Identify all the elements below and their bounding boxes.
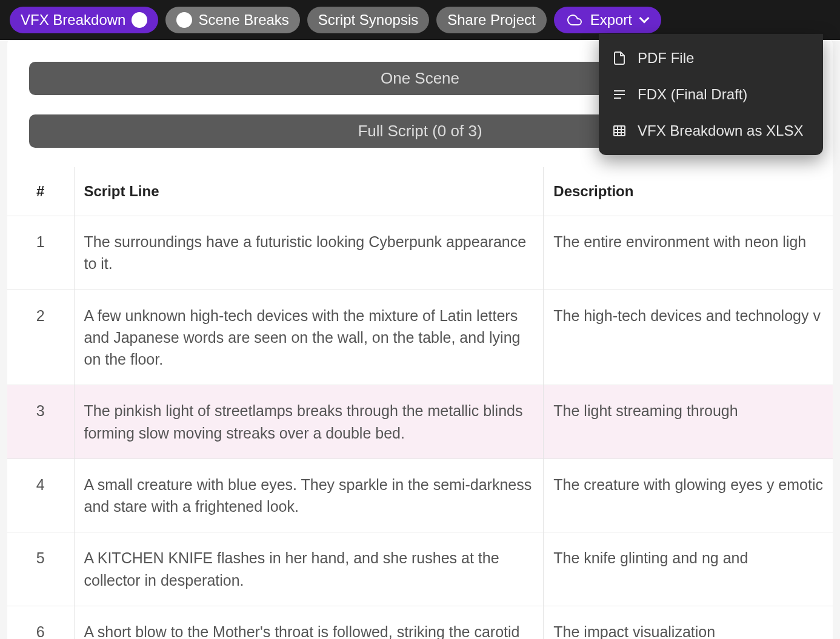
export-xlsx-item[interactable]: VFX Breakdown as XLSX (599, 113, 823, 149)
table-header-row: # Script Line Description (7, 167, 833, 216)
vfx-table: # Script Line Description 1The surroundi… (7, 167, 833, 639)
one-scene-label: One Scene (381, 69, 459, 87)
export-pdf-item[interactable]: PDF File (599, 40, 823, 76)
description-cell: The light streaming through (544, 385, 833, 459)
row-number: 6 (7, 606, 74, 639)
scene-breaks-label: Scene Breaks (198, 12, 288, 28)
row-number: 5 (7, 532, 74, 606)
script-synopsis-label: Script Synopsis (318, 12, 418, 28)
row-number: 2 (7, 290, 74, 385)
row-number: 4 (7, 459, 74, 532)
description-cell: The knife glinting and ng and (544, 532, 833, 606)
export-pdf-label: PDF File (638, 50, 694, 67)
toggle-on-icon (132, 12, 147, 28)
export-fdx-label: FDX (Final Draft) (638, 86, 747, 103)
vfx-table-wrapper: # Script Line Description 1The surroundi… (7, 167, 833, 639)
script-line-cell: A short blow to the Mother's throat is f… (74, 606, 544, 639)
table-row[interactable]: 5A KITCHEN KNIFE flashes in her hand, an… (7, 532, 833, 606)
script-line-cell: A KITCHEN KNIFE flashes in her hand, and… (74, 532, 544, 606)
toggle-off-icon (176, 12, 192, 28)
table-row[interactable]: 1The surroundings have a futuristic look… (7, 216, 833, 290)
script-line-cell: The surroundings have a futuristic looki… (74, 216, 544, 290)
header-num: # (7, 167, 74, 216)
header-description: Description (544, 167, 833, 216)
scene-breaks-tab[interactable]: Scene Breaks (165, 7, 299, 33)
description-cell: The creature with glowing eyes y emotic (544, 459, 833, 532)
export-fdx-item[interactable]: FDX (Final Draft) (599, 76, 823, 113)
row-number: 1 (7, 216, 74, 290)
cloud-icon (567, 13, 582, 27)
full-script-label: Full Script (0 of 3) (358, 122, 482, 140)
script-synopsis-button[interactable]: Script Synopsis (307, 7, 429, 33)
export-xlsx-label: VFX Breakdown as XLSX (638, 122, 803, 139)
share-project-button[interactable]: Share Project (436, 7, 546, 33)
document-lines-icon (612, 87, 627, 102)
export-label: Export (590, 12, 632, 28)
table-row[interactable]: 6A short blow to the Mother's throat is … (7, 606, 833, 639)
script-line-cell: A few unknown high-tech devices with the… (74, 290, 544, 385)
grid-icon (612, 124, 627, 138)
table-row[interactable]: 3The pinkish light of streetlamps breaks… (7, 385, 833, 459)
header-script-line: Script Line (74, 167, 544, 216)
description-cell: The entire environment with neon ligh (544, 216, 833, 290)
description-cell: The high-tech devices and technology v (544, 290, 833, 385)
script-line-cell: The pinkish light of streetlamps breaks … (74, 385, 544, 459)
share-project-label: Share Project (447, 12, 535, 28)
description-cell: The impact visualization (544, 606, 833, 639)
chevron-down-icon (639, 13, 650, 24)
table-row[interactable]: 4A small creature with blue eyes. They s… (7, 459, 833, 532)
svg-rect-3 (614, 126, 625, 136)
table-row[interactable]: 2A few unknown high-tech devices with th… (7, 290, 833, 385)
export-dropdown: PDF File FDX (Final Draft) VFX Breakdown… (599, 34, 823, 155)
vfx-breakdown-label: VFX Breakdown (21, 12, 125, 28)
vfx-breakdown-tab[interactable]: VFX Breakdown (10, 7, 158, 33)
export-button[interactable]: Export (554, 7, 661, 33)
script-line-cell: A small creature with blue eyes. They sp… (74, 459, 544, 532)
pdf-file-icon (612, 51, 627, 65)
row-number: 3 (7, 385, 74, 459)
